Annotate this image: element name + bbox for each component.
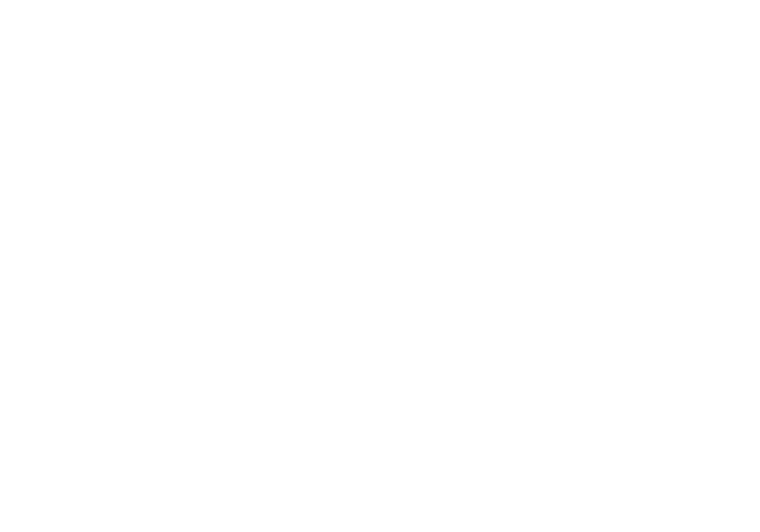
figure-root	[0, 0, 760, 532]
plots-svg	[0, 0, 760, 532]
